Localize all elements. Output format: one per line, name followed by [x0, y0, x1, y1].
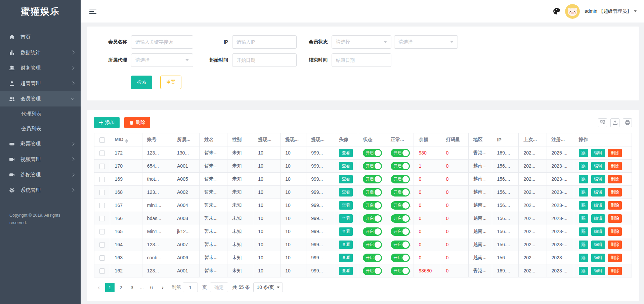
view-avatar-button[interactable]: 查看 — [339, 267, 353, 275]
avatar[interactable] — [565, 4, 580, 19]
view-avatar-button[interactable]: 查看 — [339, 254, 353, 262]
add-button[interactable]: 添加 — [94, 117, 120, 128]
kick-button[interactable]: 踢 — [579, 214, 589, 223]
delete-row-button[interactable]: 删除 — [608, 214, 622, 223]
status-toggle[interactable]: 开启 — [363, 241, 382, 249]
normal-toggle[interactable]: 开启 — [391, 267, 410, 275]
sort-icon[interactable] — [125, 139, 128, 143]
edit-button[interactable]: 编辑 — [591, 162, 605, 170]
row-checkbox[interactable] — [99, 177, 105, 182]
view-avatar-button[interactable]: 查看 — [339, 162, 353, 170]
reset-button[interactable]: 重置 — [160, 76, 181, 89]
delete-row-button[interactable]: 删除 — [608, 162, 622, 170]
page-number-6[interactable]: 6 — [147, 283, 156, 292]
view-avatar-button[interactable]: 查看 — [339, 175, 353, 183]
end-time-field[interactable] — [332, 53, 391, 67]
ip-input[interactable] — [237, 39, 292, 45]
jump-confirm-button[interactable]: 确定 — [210, 283, 228, 292]
normal-toggle[interactable]: 开启 — [391, 214, 410, 223]
sidebar-item-video[interactable]: 视频管理 — [0, 151, 81, 167]
end-date-input[interactable] — [336, 57, 387, 63]
delete-row-button[interactable]: 删除 — [608, 188, 622, 197]
view-avatar-button[interactable]: 查看 — [339, 214, 353, 223]
kick-button[interactable]: 踢 — [579, 227, 589, 236]
edit-button[interactable]: 编辑 — [591, 188, 605, 197]
status-toggle[interactable]: 开启 — [363, 162, 382, 170]
edit-button[interactable]: 编辑 — [591, 241, 605, 249]
search-button[interactable]: 检索 — [131, 76, 152, 89]
prev-page-icon[interactable]: ‹ — [94, 283, 103, 292]
row-checkbox[interactable] — [99, 229, 105, 234]
kick-button[interactable]: 踢 — [579, 175, 589, 183]
kick-button[interactable]: 踢 — [579, 241, 589, 249]
view-avatar-button[interactable]: 查看 — [339, 149, 353, 157]
normal-toggle[interactable]: 开启 — [391, 188, 410, 197]
member-status-select[interactable]: 请选择 — [332, 35, 391, 49]
edit-button[interactable]: 编辑 — [591, 201, 605, 210]
delete-row-button[interactable]: 删除 — [608, 149, 622, 157]
view-avatar-button[interactable]: 查看 — [339, 227, 353, 236]
sidebar-item-finance[interactable]: 财务管理 — [0, 60, 81, 76]
sidebar-item-xuanfei[interactable]: 选妃管理 — [0, 167, 81, 182]
page-number-3[interactable]: 3 — [127, 283, 137, 292]
edit-button[interactable]: 编辑 — [591, 267, 605, 275]
status-toggle[interactable]: 开启 — [363, 267, 382, 275]
normal-toggle[interactable]: 开启 — [391, 149, 410, 157]
normal-toggle[interactable]: 开启 — [391, 162, 410, 170]
page-number-1[interactable]: 1 — [105, 283, 115, 292]
menu-toggle-icon[interactable] — [89, 9, 97, 14]
normal-toggle[interactable]: 开启 — [391, 201, 410, 210]
columns-filter-button[interactable] — [598, 118, 607, 127]
status-toggle[interactable]: 开启 — [363, 227, 382, 236]
normal-toggle[interactable]: 开启 — [391, 175, 410, 183]
status-toggle[interactable]: 开启 — [363, 214, 382, 223]
sidebar-item-home[interactable]: 首页 — [0, 29, 81, 45]
status2-select[interactable]: 请选择 — [394, 35, 458, 49]
delete-button[interactable]: 删除 — [124, 117, 150, 128]
agent-select[interactable]: 请选择 — [131, 53, 193, 67]
normal-toggle[interactable]: 开启 — [391, 254, 410, 262]
edit-button[interactable]: 编辑 — [591, 175, 605, 183]
kick-button[interactable]: 踢 — [579, 188, 589, 197]
kick-button[interactable]: 踢 — [579, 201, 589, 210]
view-avatar-button[interactable]: 查看 — [339, 188, 353, 197]
delete-row-button[interactable]: 删除 — [608, 175, 622, 183]
row-checkbox[interactable] — [99, 203, 105, 208]
sidebar-item-stats[interactable]: 数据统计 — [0, 45, 81, 60]
delete-row-button[interactable]: 删除 — [608, 241, 622, 249]
sidebar-item-lottery[interactable]: 彩票管理 — [0, 136, 81, 151]
status-toggle[interactable]: 开启 — [363, 254, 382, 262]
column-header-0[interactable]: MID — [110, 133, 142, 146]
edit-button[interactable]: 编辑 — [591, 227, 605, 236]
normal-toggle[interactable]: 开启 — [391, 227, 410, 236]
sidebar-item-members[interactable]: 会员管理 — [0, 91, 81, 106]
delete-row-button[interactable]: 删除 — [608, 201, 622, 210]
view-avatar-button[interactable]: 查看 — [339, 201, 353, 210]
edit-button[interactable]: 编辑 — [591, 214, 605, 223]
user-menu[interactable]: admin 【超级管理员】 — [585, 8, 637, 14]
kick-button[interactable]: 踢 — [579, 149, 589, 157]
row-checkbox[interactable] — [99, 164, 105, 169]
status-toggle[interactable]: 开启 — [363, 175, 382, 183]
row-checkbox[interactable] — [99, 190, 105, 195]
delete-row-button[interactable]: 删除 — [608, 267, 622, 275]
status-toggle[interactable]: 开启 — [363, 149, 382, 157]
ip-field[interactable] — [232, 35, 297, 49]
view-avatar-button[interactable]: 查看 — [339, 241, 353, 249]
status-toggle[interactable]: 开启 — [363, 188, 382, 197]
kick-button[interactable]: 踢 — [579, 162, 589, 170]
start-date-input[interactable] — [237, 57, 292, 63]
normal-toggle[interactable]: 开启 — [391, 241, 410, 249]
edit-button[interactable]: 编辑 — [591, 149, 605, 157]
delete-row-button[interactable]: 删除 — [608, 227, 622, 236]
sidebar-item-superadmin[interactable]: 超管管理 — [0, 76, 81, 91]
sidebar-subitem-member-list[interactable]: 会员列表 — [0, 121, 81, 136]
page-size-select[interactable]: 10 条/页 — [253, 283, 283, 292]
row-checkbox[interactable] — [99, 150, 105, 156]
sidebar-item-system[interactable]: 系统管理 — [0, 182, 81, 198]
status-toggle[interactable]: 开启 — [363, 201, 382, 210]
row-checkbox[interactable] — [99, 268, 105, 274]
theme-palette-icon[interactable] — [553, 7, 560, 15]
edit-button[interactable]: 编辑 — [591, 254, 605, 262]
jump-page-input[interactable] — [183, 283, 198, 292]
